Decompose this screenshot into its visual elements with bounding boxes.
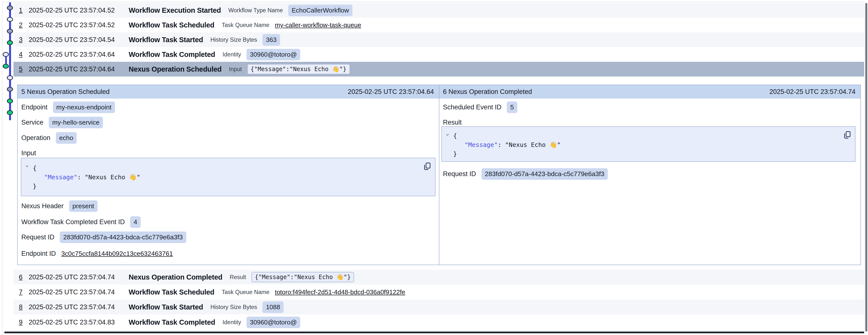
panel-timestamp: 2025-02-25 UTC 23:57:04.74 [770, 88, 856, 96]
field-label: Endpoint [21, 104, 48, 111]
event-name: Nexus Operation Completed [129, 273, 222, 281]
event-timestamp: 2025-02-25 UTC 23:57:04.83 [29, 318, 129, 326]
event-timestamp: 2025-02-25 UTC 23:57:04.54 [29, 36, 129, 44]
event-input-json-badge: {"Message":"Nexus Echo 👋"} [247, 64, 350, 74]
event-name: Workflow Task Completed [129, 318, 215, 327]
timeline-dot-8[interactable] [7, 87, 13, 92]
event-detail-label: History Size Bytes [211, 304, 257, 310]
event-timestamp: 2025-02-25 UTC 23:57:04.52 [29, 21, 129, 29]
event-detail-label: Task Queue Name [222, 22, 270, 28]
timeline-dot-7[interactable] [7, 75, 13, 80]
event-name: Workflow Task Started [129, 303, 203, 311]
event-name: Nexus Operation Scheduled [129, 65, 221, 73]
event-row-2[interactable]: 2 2025-02-25 UTC 23:57:04.52 Workflow Ta… [13, 18, 865, 32]
event-detail-label: Task Queue Name [222, 289, 270, 296]
panel-body: Scheduled Event ID 5 Result ⌄ { "Message… [439, 99, 861, 264]
event-row-3[interactable]: 3 2025-02-25 UTC 23:57:04.54 Workflow Ta… [13, 32, 865, 47]
copy-icon[interactable] [423, 162, 432, 171]
field-label: Endpoint ID [21, 250, 56, 257]
field-value-badge: 4 [130, 216, 141, 228]
event-row-7[interactable]: 7 2025-02-25 UTC 23:57:04.74 Workflow Ta… [13, 285, 865, 300]
event-timestamp: 2025-02-25 UTC 23:57:04.52 [29, 7, 129, 14]
event-detail-badge: 363 [262, 34, 280, 46]
next-section-top-border [4, 332, 865, 333]
event-timestamp: 2025-02-25 UTC 23:57:04.64 [29, 65, 129, 73]
panel-title: 5 Nexus Operation Scheduled [21, 88, 110, 96]
event-id-link[interactable]: 7 [19, 288, 24, 296]
timeline-dot-10[interactable] [7, 110, 13, 115]
json-key: "Message" [465, 141, 498, 148]
event-id-link[interactable]: 4 [19, 51, 24, 58]
event-row-5-selected[interactable]: 5 2025-02-25 UTC 23:57:04.64 Nexus Opera… [13, 62, 865, 77]
field-endpoint: Endpoint my-nexus-endpoint [21, 101, 115, 113]
timeline-dot-5[interactable] [3, 52, 9, 57]
timeline-dot-9[interactable] [7, 99, 13, 104]
field-label: Request ID [21, 233, 54, 241]
event-id-link[interactable]: 3 [19, 36, 24, 44]
event-id-link[interactable]: 6 [19, 274, 24, 281]
collapse-chevron-icon[interactable]: ⌄ [25, 162, 29, 167]
timeline-dot-2[interactable] [7, 17, 13, 22]
panel-nexus-operation-scheduled: 5 Nexus Operation Scheduled 2025-02-25 U… [18, 85, 439, 264]
field-operation: Operation echo [21, 132, 77, 144]
event-result-json-badge: {"Message":"Nexus Echo 👋"} [251, 272, 354, 282]
event-name: Workflow Task Scheduled [129, 288, 214, 296]
field-service: Service my-hello-service [21, 116, 103, 128]
timeline-dot-6[interactable] [3, 64, 9, 69]
panel-nexus-operation-completed: 6 Nexus Operation Completed 2025-02-25 U… [439, 85, 861, 264]
event-name: Workflow Execution Started [129, 6, 221, 15]
field-value-badge: echo [56, 132, 77, 144]
event-detail-label: Identity [222, 51, 241, 58]
panel-header: 5 Nexus Operation Scheduled 2025-02-25 U… [18, 85, 439, 99]
event-id-link[interactable]: 5 [19, 65, 24, 73]
field-input-label: Input [21, 147, 41, 159]
panel-body: Endpoint my-nexus-endpoint Service my-he… [18, 99, 439, 264]
event-id-link[interactable]: 9 [19, 318, 24, 326]
event-detail-label: History Size Bytes [211, 36, 257, 43]
field-label: Workflow Task Completed Event ID [21, 218, 125, 226]
field-value-badge: 283fd070-d57a-4423-bdca-c5c779e6a3f3 [482, 168, 608, 180]
event-row-6[interactable]: 6 2025-02-25 UTC 23:57:04.74 Nexus Opera… [13, 270, 865, 284]
event-detail-badge: 30960@totoro@ [247, 49, 301, 60]
event-detail-badge: EchoCallerWorkflow [288, 5, 352, 16]
event-row-8[interactable]: 8 2025-02-25 UTC 23:57:04.74 Workflow Ta… [13, 300, 865, 314]
event-timestamp: 2025-02-25 UTC 23:57:04.64 [29, 51, 129, 58]
field-label: Nexus Header [21, 202, 64, 210]
field-scheduled-event-id: Scheduled Event ID 5 [443, 101, 517, 113]
field-request-id: Request ID 283fd070-d57a-4423-bdca-c5c77… [21, 231, 186, 243]
field-label: Result [443, 119, 462, 126]
event-row-4[interactable]: 4 2025-02-25 UTC 23:57:04.64 Workflow Ta… [13, 47, 865, 62]
event-row-9[interactable]: 9 2025-02-25 UTC 23:57:04.83 Workflow Ta… [13, 315, 865, 330]
event-detail-label: Identity [222, 319, 241, 326]
field-label: Operation [21, 134, 51, 142]
event-name: Workflow Task Completed [129, 51, 215, 59]
task-queue-link[interactable]: totoro:f494fecf-2d51-4d48-bdcd-036a0f912… [275, 288, 405, 296]
event-row-1[interactable]: 1 2025-02-25 UTC 23:57:04.52 Workflow Ex… [13, 3, 865, 18]
field-value-badge: my-nexus-endpoint [53, 102, 115, 113]
scrollbar-thumb[interactable] [865, 3, 867, 332]
field-value-badge: my-hello-service [49, 117, 103, 128]
timeline-dot-4[interactable] [7, 40, 13, 45]
event-name: Workflow Task Started [129, 36, 203, 44]
event-id-link[interactable]: 1 [19, 7, 24, 14]
content-left-border [2, 2, 2, 335]
event-timestamp: 2025-02-25 UTC 23:57:04.74 [29, 274, 129, 281]
panel-title: 6 Nexus Operation Completed [443, 88, 532, 96]
json-content: { "Message": "Nexus Echo 👋" } [21, 158, 435, 191]
task-queue-link[interactable]: my-caller-workflow-task-queue [275, 21, 361, 29]
field-value-badge: 5 [507, 102, 517, 113]
event-name: Workflow Task Scheduled [129, 21, 214, 29]
result-json-viewer: ⌄ { "Message": "Nexus Echo 👋" } [441, 126, 856, 162]
endpoint-id-link[interactable]: 3c0c75ccfa8144b092c13ce632463761 [61, 250, 173, 257]
json-content: { "Message": "Nexus Echo 👋" } [442, 127, 855, 159]
event-detail-label: Result [229, 274, 246, 281]
field-value-badge: present [69, 200, 97, 212]
event-id-link[interactable]: 8 [19, 303, 24, 311]
timeline-dot-1[interactable] [7, 5, 13, 10]
event-id-link[interactable]: 2 [19, 21, 24, 29]
copy-icon[interactable] [843, 130, 851, 140]
collapse-chevron-icon[interactable]: ⌄ [446, 130, 449, 136]
timeline-dot-3[interactable] [7, 29, 13, 34]
content-top-border [2, 2, 864, 2]
field-label: Scheduled Event ID [443, 104, 502, 111]
